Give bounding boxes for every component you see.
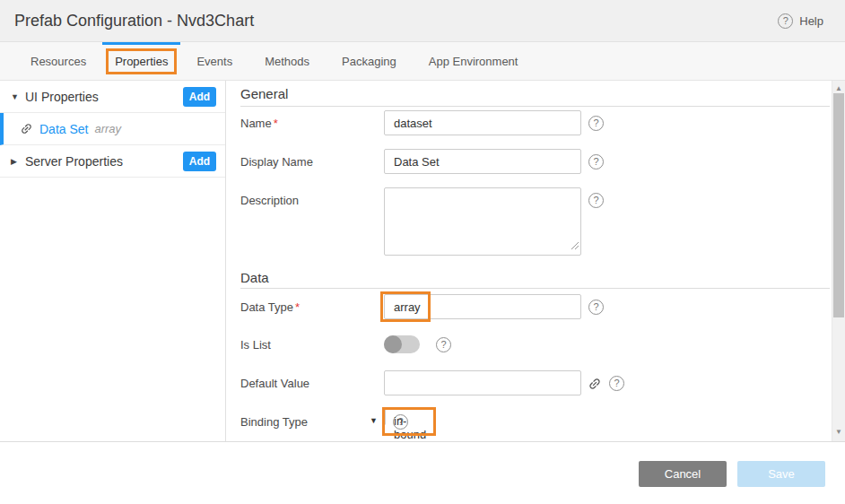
binding-type-value: in-bound bbox=[394, 414, 426, 441]
property-name: Data Set bbox=[39, 122, 88, 136]
binding-type-label: Binding Type bbox=[240, 409, 384, 429]
tab-label: App Environment bbox=[429, 55, 518, 68]
section-title-general: General bbox=[240, 81, 830, 107]
field-row-data-type: Data Type* ? bbox=[240, 294, 830, 319]
prefab-configuration-dialog: Prefab Configuration - Nvd3Chart ? Help … bbox=[0, 0, 845, 504]
display-name-label: Display Name bbox=[240, 149, 384, 169]
default-value-label: Default Value bbox=[240, 370, 384, 390]
label-text: Data Type bbox=[240, 300, 293, 314]
section-title-data: Data bbox=[240, 270, 830, 289]
required-asterisk: * bbox=[274, 117, 278, 130]
scrollbar-thumb[interactable] bbox=[833, 93, 844, 317]
dialog-header: Prefab Configuration - Nvd3Chart ? Help bbox=[0, 0, 845, 42]
is-list-toggle[interactable] bbox=[384, 335, 420, 353]
field-row-binding-type: Binding Type in-bound ▼ ? bbox=[240, 409, 830, 430]
tab-properties[interactable]: Properties bbox=[102, 42, 180, 80]
ui-properties-label: UI Properties bbox=[25, 90, 183, 104]
active-tab-indicator bbox=[102, 42, 180, 45]
help-label: Help bbox=[799, 14, 823, 28]
properties-sidebar: ▼ UI Properties Add Data Set array ▶ Ser… bbox=[0, 81, 226, 441]
display-name-help-icon[interactable]: ? bbox=[588, 154, 604, 169]
add-server-property-button[interactable]: Add bbox=[183, 152, 216, 171]
field-row-description: Description ? bbox=[240, 187, 830, 256]
name-label: Name* bbox=[240, 110, 384, 130]
scroll-up-icon[interactable]: ▲ bbox=[832, 85, 845, 92]
dialog-footer: Cancel Save bbox=[0, 442, 845, 487]
field-row-name: Name* ? bbox=[240, 110, 830, 135]
dialog-body: ▼ UI Properties Add Data Set array ▶ Ser… bbox=[0, 81, 845, 442]
property-form-panel: General Name* ? Display Name ? Descripti… bbox=[226, 81, 845, 441]
tab-label: Properties bbox=[115, 55, 168, 68]
default-value-help-icon[interactable]: ? bbox=[609, 376, 624, 391]
description-wrap bbox=[384, 187, 581, 256]
tab-app-environment[interactable]: App Environment bbox=[413, 42, 535, 80]
annotation-box-properties: Properties bbox=[106, 48, 177, 74]
chevron-right-icon: ▶ bbox=[11, 157, 25, 166]
sidebar-section-server-properties[interactable]: ▶ Server Properties Add bbox=[0, 145, 225, 178]
page-title: Prefab Configuration - Nvd3Chart bbox=[14, 12, 778, 30]
chevron-down-icon: ▼ bbox=[11, 92, 25, 101]
data-type-help-icon[interactable]: ? bbox=[588, 300, 604, 315]
sidebar-item-data-set[interactable]: Data Set array bbox=[0, 113, 225, 145]
label-text: Name bbox=[240, 117, 272, 130]
data-type-field[interactable] bbox=[384, 294, 581, 319]
binding-type-wrap: in-bound ▼ bbox=[384, 409, 386, 425]
description-help-icon[interactable]: ? bbox=[588, 193, 604, 208]
sidebar-section-ui-properties[interactable]: ▼ UI Properties Add bbox=[0, 81, 225, 113]
default-value-field[interactable] bbox=[384, 370, 581, 395]
add-ui-property-button[interactable]: Add bbox=[183, 87, 216, 107]
tab-resources[interactable]: Resources bbox=[14, 42, 102, 80]
name-field[interactable] bbox=[384, 110, 581, 135]
tab-label: Resources bbox=[30, 55, 86, 68]
resize-handle-icon[interactable] bbox=[571, 238, 579, 254]
server-properties-label: Server Properties bbox=[25, 154, 183, 169]
data-type-label: Data Type* bbox=[240, 294, 384, 314]
description-field[interactable] bbox=[384, 187, 581, 256]
is-list-label: Is List bbox=[240, 338, 384, 352]
bind-link-icon[interactable] bbox=[588, 377, 602, 391]
tab-events[interactable]: Events bbox=[180, 42, 248, 80]
help-circle-icon: ? bbox=[778, 13, 793, 29]
help-link[interactable]: ? Help bbox=[778, 13, 823, 29]
link-icon bbox=[20, 122, 33, 135]
tab-label: Methods bbox=[265, 55, 309, 68]
save-button[interactable]: Save bbox=[737, 461, 825, 487]
tab-packaging[interactable]: Packaging bbox=[326, 42, 413, 80]
property-type: array bbox=[94, 122, 121, 135]
field-row-is-list: Is List ? bbox=[240, 335, 830, 354]
field-row-default-value: Default Value ? bbox=[240, 370, 830, 395]
dropdown-caret-icon: ▼ bbox=[370, 417, 378, 425]
data-type-wrap bbox=[384, 294, 581, 319]
vertical-scrollbar[interactable]: ▲ ▼ bbox=[832, 81, 845, 441]
tab-label: Packaging bbox=[342, 55, 396, 68]
display-name-field[interactable] bbox=[384, 149, 581, 174]
tab-label: Events bbox=[196, 55, 232, 68]
description-label: Description bbox=[240, 187, 384, 207]
toggle-knob bbox=[384, 335, 402, 353]
name-help-icon[interactable]: ? bbox=[588, 116, 604, 131]
scroll-down-icon[interactable]: ▼ bbox=[832, 429, 845, 436]
tab-bar: Resources Properties Events Methods Pack… bbox=[0, 42, 845, 81]
tab-methods[interactable]: Methods bbox=[248, 42, 326, 80]
cancel-button[interactable]: Cancel bbox=[639, 461, 727, 487]
binding-type-select[interactable]: in-bound ▼ bbox=[384, 408, 386, 425]
required-asterisk: * bbox=[295, 300, 300, 314]
field-row-display-name: Display Name ? bbox=[240, 149, 830, 174]
is-list-help-icon[interactable]: ? bbox=[436, 337, 451, 352]
